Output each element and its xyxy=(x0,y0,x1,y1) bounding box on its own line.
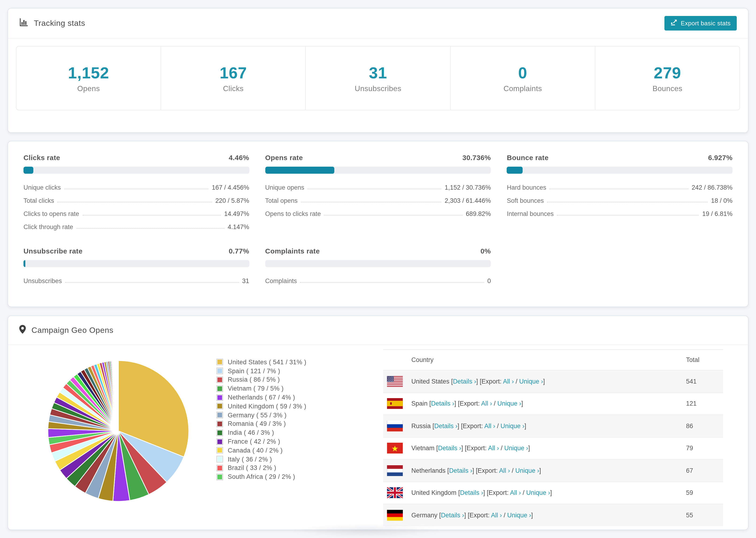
row-punctuation: ] xyxy=(528,445,530,452)
stat-label: Complaints xyxy=(503,84,542,93)
rate-detail-label: Opens to clicks rate xyxy=(265,210,321,217)
de-flag-icon xyxy=(383,510,403,521)
details-link[interactable]: Details › xyxy=(441,512,464,519)
clicks-rate-title: Clicks rate xyxy=(24,153,60,161)
legend-label: France ( 42 / 2% ) xyxy=(228,438,280,445)
export-all-link[interactable]: All › xyxy=(503,378,514,385)
details-link[interactable]: Details › xyxy=(449,467,472,474)
row-punctuation: / xyxy=(495,422,501,430)
dotted-leader xyxy=(65,282,239,283)
export-button-label: Export basic stats xyxy=(681,20,730,27)
rate-detail-label: Unsubscribes xyxy=(24,278,62,285)
summary-stat-cell: 31Unsubscribes xyxy=(306,46,451,110)
country-name: Germany xyxy=(411,512,439,519)
stat-value: 1,152 xyxy=(68,64,109,82)
export-all-link[interactable]: All › xyxy=(484,422,495,430)
opens-rate-panel: Opens rate 30.736% Unique opens1,152 / 3… xyxy=(265,153,491,233)
table-row: United States [Details ›] [Export: All ›… xyxy=(383,370,723,392)
export-unique-link[interactable]: Unique › xyxy=(526,489,550,497)
rate-detail-row: Soft bounces18 / 0% xyxy=(507,193,732,207)
rate-detail-row: Unique clicks167 / 4.456% xyxy=(24,180,249,193)
dotted-leader xyxy=(58,202,212,202)
export-all-link[interactable]: All › xyxy=(491,512,502,519)
stat-label: Unsubscribes xyxy=(355,84,402,93)
rate-detail-value: 18 / 0% xyxy=(711,197,732,204)
stat-label: Bounces xyxy=(652,84,682,93)
export-all-link[interactable]: All › xyxy=(510,489,521,497)
export-all-link[interactable]: All › xyxy=(481,400,492,407)
row-punctuation: ] [Export: xyxy=(476,378,503,385)
rate-detail-value: 31 xyxy=(242,278,249,285)
table-row: Spain [Details ›] [Export: All › / Uniqu… xyxy=(383,392,723,414)
export-icon xyxy=(671,19,677,27)
row-punctuation: ] [Export: xyxy=(458,422,484,430)
legend-item: Spain ( 121 / 7% ) xyxy=(216,367,306,376)
stat-value: 0 xyxy=(518,64,527,82)
legend-swatch-icon xyxy=(216,456,223,462)
details-link[interactable]: Details › xyxy=(431,400,454,407)
export-unique-link[interactable]: Unique › xyxy=(507,512,531,519)
details-link[interactable]: Details › xyxy=(453,378,476,385)
export-unique-link[interactable]: Unique › xyxy=(515,467,539,474)
rate-detail-label: Unique opens xyxy=(265,184,304,191)
legend-item: Italy ( 36 / 2% ) xyxy=(216,455,306,464)
row-punctuation: ] xyxy=(531,512,533,519)
row-punctuation: ] xyxy=(543,378,545,385)
legend-label: Italy ( 36 / 2% ) xyxy=(228,456,272,463)
export-unique-link[interactable]: Unique › xyxy=(501,422,524,430)
legend-item: Germany ( 55 / 3% ) xyxy=(216,411,306,420)
ru-flag-icon xyxy=(383,421,403,431)
rate-detail-value: 0 xyxy=(487,278,491,285)
legend-swatch-icon xyxy=(216,474,223,480)
details-link[interactable]: Details › xyxy=(434,422,458,430)
legend-item: Canada ( 40 / 2% ) xyxy=(216,446,306,455)
country-cell: Russia [Details ›] [Export: All › / Uniq… xyxy=(411,422,526,430)
rate-detail-value: 2,303 / 61.446% xyxy=(445,197,491,204)
country-cell: Spain [Details ›] [Export: All › / Uniqu… xyxy=(411,400,523,407)
row-punctuation: [ xyxy=(436,445,438,452)
dotted-leader xyxy=(82,215,221,215)
legend-label: South Africa ( 29 / 2% ) xyxy=(228,473,295,480)
unsubscribe-rate-bar xyxy=(24,260,249,267)
row-punctuation: ] xyxy=(524,422,526,430)
row-punctuation: / xyxy=(492,400,498,407)
rate-detail-value: 14.497% xyxy=(224,210,249,217)
export-unique-link[interactable]: Unique › xyxy=(497,400,521,407)
export-all-link[interactable]: All › xyxy=(499,467,510,474)
rate-detail-row: Total clicks220 / 5.87% xyxy=(24,193,249,207)
dotted-leader xyxy=(550,189,688,189)
legend-swatch-icon xyxy=(216,430,223,436)
bounce-rate-value: 6.927% xyxy=(708,153,732,161)
summary-stat-cell: 0Complaints xyxy=(451,46,595,110)
bounce-rate-bar xyxy=(507,167,732,174)
export-unique-link[interactable]: Unique › xyxy=(504,445,528,452)
country-name: Spain xyxy=(411,400,429,407)
geo-pie-chart[interactable] xyxy=(45,358,191,504)
pie-slice[interactable] xyxy=(118,360,118,431)
country-cell: Vietnam [Details ›] [Export: All › / Uni… xyxy=(411,445,530,452)
row-punctuation: ] [Export: xyxy=(472,467,499,474)
details-link[interactable]: Details › xyxy=(460,489,483,497)
export-unique-link[interactable]: Unique › xyxy=(519,378,543,385)
legend-item: India ( 46 / 3% ) xyxy=(216,428,306,437)
export-all-link[interactable]: All › xyxy=(488,445,499,452)
geo-table-header: Country Total xyxy=(383,349,723,370)
details-link[interactable]: Details › xyxy=(438,445,461,452)
dotted-leader xyxy=(557,215,699,215)
rate-detail-label: Clicks to opens rate xyxy=(24,210,79,217)
legend-item: Russia ( 86 / 5% ) xyxy=(216,375,306,384)
country-cell: United Kingdom [Details ›] [Export: All … xyxy=(411,489,552,497)
geo-body: United States ( 541 / 31% )Spain ( 121 /… xyxy=(8,345,748,529)
country-total: 59 xyxy=(686,489,693,497)
dotted-leader xyxy=(324,215,462,215)
rate-detail-label: Total clicks xyxy=(24,197,54,204)
legend-swatch-icon xyxy=(216,438,223,445)
country-total: 121 xyxy=(686,400,697,407)
row-punctuation: / xyxy=(521,489,526,497)
rate-detail-label: Hard bounces xyxy=(507,184,546,191)
rate-detail-value: 689.82% xyxy=(466,210,491,217)
rate-detail-row: Unsubscribes31 xyxy=(24,274,249,287)
legend-label: Canada ( 40 / 2% ) xyxy=(228,447,283,454)
row-punctuation: / xyxy=(510,467,515,474)
export-basic-stats-button[interactable]: Export basic stats xyxy=(665,16,737,30)
